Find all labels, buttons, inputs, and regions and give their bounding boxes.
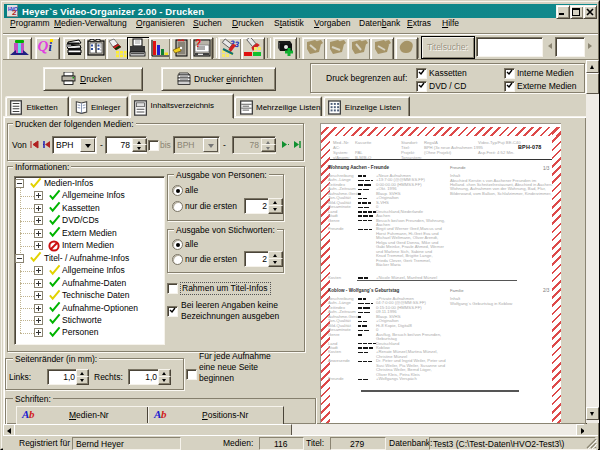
svg-text:?: ? (195, 38, 201, 49)
